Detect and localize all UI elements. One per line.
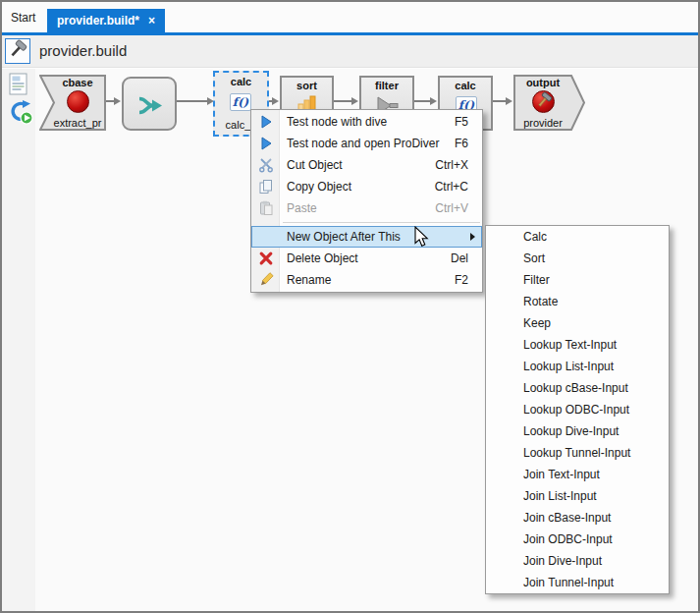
- hammer-icon: [7, 38, 28, 64]
- submenu-item-keep[interactable]: Keep: [486, 312, 669, 334]
- node-type-label: output: [513, 77, 572, 88]
- submenu-item-filter[interactable]: Filter: [486, 269, 669, 291]
- delete-x-icon: [251, 251, 280, 266]
- menu-item-copy[interactable]: Copy Object Ctrl+C: [251, 176, 482, 197]
- submenu-item-lookup-dive-input[interactable]: Lookup Dive-Input: [486, 420, 669, 442]
- submenu-item-calc[interactable]: Calc: [486, 226, 669, 248]
- red-sphere-icon: [67, 90, 89, 113]
- play-icon: [251, 114, 280, 130]
- submenu-item-lookup-text-input[interactable]: Lookup Text-Input: [486, 334, 669, 356]
- node-name-label: provider: [513, 117, 572, 129]
- connector-arrow: [493, 100, 506, 102]
- submenu-item-rotate[interactable]: Rotate: [486, 291, 669, 312]
- tab-bar: Start provider.build* ×: [2, 2, 698, 32]
- tab-provider-build[interactable]: provider.build* ×: [47, 9, 165, 32]
- node-merge[interactable]: [122, 77, 177, 131]
- close-icon[interactable]: ×: [148, 14, 155, 28]
- function-icon: f(): [230, 93, 251, 111]
- build-tool-button[interactable]: [5, 38, 30, 64]
- connector-arrow: [334, 100, 351, 102]
- submenu-item-join-text-input[interactable]: Join Text-Input: [486, 464, 669, 485]
- submenu-item-join-list-input[interactable]: Join List-Input: [486, 485, 669, 507]
- node-name-label: extract_pr: [49, 117, 106, 129]
- submenu-item-lookup-tunnel-input[interactable]: Lookup Tunnel-Input: [486, 442, 669, 464]
- scissors-icon: [251, 157, 280, 173]
- menu-item-paste: Paste Ctrl+V: [251, 197, 482, 219]
- mouse-cursor-icon: [414, 226, 432, 253]
- connector-arrow: [175, 100, 207, 102]
- node-output-provider[interactable]: output provider: [513, 75, 585, 131]
- menu-item-rename[interactable]: Rename F2: [251, 269, 482, 291]
- script-document-icon[interactable]: [8, 73, 31, 96]
- menu-item-delete[interactable]: Delete Object Del: [251, 248, 482, 269]
- submenu-item-join-dive-input[interactable]: Join Dive-Input: [486, 550, 669, 572]
- sidebar: [2, 69, 35, 611]
- connector-arrow: [414, 100, 430, 102]
- node-cbase-extract[interactable]: cbase extract_pr: [39, 75, 106, 131]
- hammer-icon: [534, 90, 554, 114]
- node-type-label: calc: [215, 76, 267, 87]
- menu-item-new-object-after[interactable]: New Object After This: [251, 226, 482, 248]
- page-title: provider.build: [39, 42, 127, 59]
- tab-label: provider.build*: [57, 14, 139, 28]
- node-type-label: cbase: [49, 77, 106, 88]
- menu-item-cut[interactable]: Cut Object Ctrl+X: [251, 154, 482, 176]
- copy-icon: [251, 179, 280, 195]
- merge-arrows-icon: [137, 95, 164, 120]
- paste-icon: [251, 200, 280, 216]
- submenu-item-sort[interactable]: Sort: [486, 248, 669, 269]
- menu-item-test-node-prodiver[interactable]: Test node and open ProDiver F6: [251, 133, 482, 154]
- app-window: Start provider.build* × provider.build: [0, 0, 700, 613]
- node-type-label: sort: [282, 80, 332, 91]
- new-object-submenu: Calc Sort Filter Rotate Keep Lookup Text…: [485, 225, 670, 594]
- node-type-label: filter: [361, 80, 412, 91]
- connector-arrow: [105, 100, 114, 102]
- submenu-item-lookup-odbc-input[interactable]: Lookup ODBC-Input: [486, 399, 669, 420]
- menu-separator: [283, 222, 480, 223]
- submenu-arrow-icon: [470, 233, 475, 241]
- run-refresh-icon[interactable]: [8, 99, 31, 123]
- node-type-label: calc: [440, 80, 491, 91]
- submenu-item-join-tunnel-input[interactable]: Join Tunnel-Input: [486, 572, 669, 593]
- menu-item-test-node-dive[interactable]: Test node with dive F5: [251, 111, 482, 133]
- submenu-item-join-odbc-input[interactable]: Join ODBC-Input: [486, 529, 669, 550]
- submenu-item-lookup-list-input[interactable]: Lookup List-Input: [486, 356, 669, 377]
- submenu-item-join-cbase-input[interactable]: Join cBase-Input: [486, 507, 669, 529]
- context-menu: Test node with dive F5 Test node and ope…: [250, 109, 483, 293]
- pencil-icon: [251, 272, 280, 288]
- submenu-item-lookup-cbase-input[interactable]: Lookup cBase-Input: [486, 377, 669, 399]
- tab-start[interactable]: Start: [11, 11, 35, 25]
- play-icon: [251, 136, 280, 151]
